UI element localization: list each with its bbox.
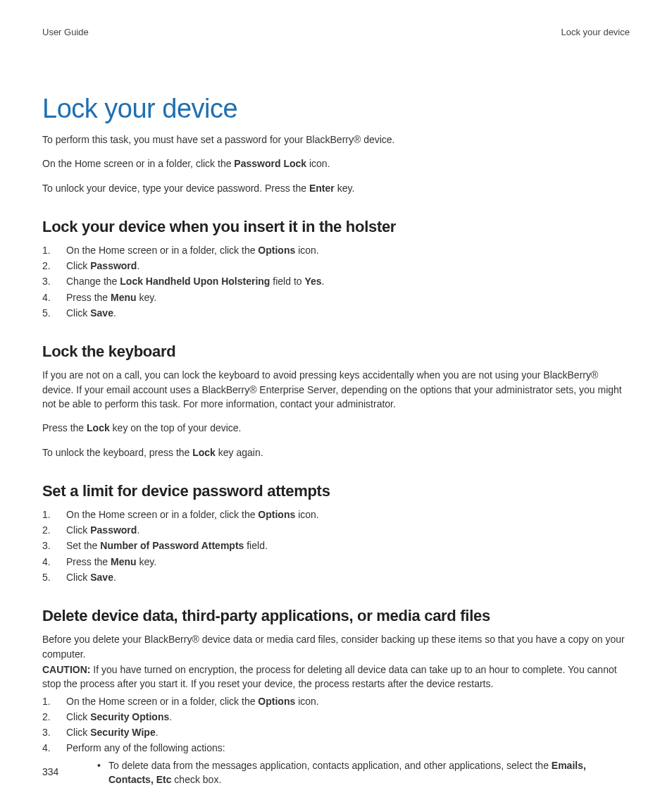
text: Press the: [42, 422, 87, 433]
bold-menu: Menu: [111, 556, 137, 567]
text: icon.: [306, 158, 330, 169]
text: .: [137, 524, 139, 536]
bullet-1: To delete data from the messages applica…: [66, 758, 630, 787]
text: Perform any of the following actions:: [66, 742, 225, 753]
header-left: User Guide: [42, 27, 89, 37]
bold-lock: Lock: [87, 422, 110, 433]
text: To unlock the keyboard, press the: [42, 447, 192, 458]
bold-options: Options: [258, 245, 295, 256]
step-5: Click Save.: [42, 306, 630, 320]
text: .: [113, 307, 116, 319]
delete-data-steps: On the Home screen or in a folder, click…: [42, 694, 630, 787]
page-number: 334: [42, 766, 58, 777]
text: Set the: [66, 540, 100, 551]
lock-keyboard-paragraph-1: If you are not on a call, you can lock t…: [42, 368, 630, 411]
section-delete-data-heading: Delete device data, third-party applicat…: [42, 607, 630, 625]
text: Click: [66, 572, 90, 583]
delete-data-paragraph-1: Before you delete your BlackBerry® devic…: [42, 632, 630, 661]
step-1: On the Home screen or in a folder, click…: [42, 694, 630, 708]
intro-paragraph-2: On the Home screen or in a folder, click…: [42, 156, 630, 171]
step-4: Press the Menu key.: [42, 555, 630, 569]
text: key.: [137, 556, 157, 567]
page-header: User Guide Lock your device: [42, 27, 630, 37]
intro-paragraph-3: To unlock your device, type your device …: [42, 181, 630, 195]
text: To delete data from the messages applica…: [108, 760, 552, 771]
text: key on the top of your device.: [110, 422, 242, 433]
step-3: Set the Number of Password Attempts fiel…: [42, 538, 630, 553]
page-title: Lock your device: [42, 94, 630, 124]
text: Press the: [66, 292, 111, 303]
text: check box.: [171, 774, 221, 785]
lock-keyboard-paragraph-2: Press the Lock key on the top of your de…: [42, 421, 630, 435]
bold-password-lock: Password Lock: [234, 158, 306, 169]
holster-steps: On the Home screen or in a folder, click…: [42, 243, 630, 320]
text: On the Home screen or in a folder, click…: [66, 509, 258, 520]
bold-save: Save: [90, 572, 113, 583]
text: On the Home screen or in a folder, click…: [66, 245, 258, 256]
text: field.: [244, 540, 267, 551]
text: key.: [335, 183, 355, 194]
text: Click: [66, 307, 90, 319]
lock-keyboard-paragraph-3: To unlock the keyboard, press the Lock k…: [42, 445, 630, 460]
step-3: Change the Lock Handheld Upon Holstering…: [42, 274, 630, 288]
bold-security-wipe: Security Wipe: [90, 727, 155, 738]
section-password-attempts-heading: Set a limit for device password attempts: [42, 482, 630, 500]
bold-menu: Menu: [111, 292, 137, 303]
step-2: Click Password.: [42, 259, 630, 273]
text: On the Home screen or in a folder, click…: [66, 696, 258, 707]
bold-lock: Lock: [192, 447, 216, 458]
text: icon.: [295, 245, 318, 256]
bold-password: Password: [90, 260, 137, 271]
step-4: Perform any of the following actions: To…: [42, 741, 630, 787]
text: key.: [137, 292, 157, 303]
text: key again.: [216, 447, 263, 458]
text: To unlock your device, type your device …: [42, 183, 309, 194]
bold-yes: Yes: [304, 276, 321, 287]
bold-options: Options: [258, 696, 295, 707]
bold-enter: Enter: [309, 183, 335, 194]
bold-save: Save: [90, 307, 113, 319]
delete-data-caution: CAUTION: If you have turned on encryptio…: [42, 663, 630, 691]
section-holster-heading: Lock your device when you insert it in t…: [42, 218, 630, 236]
step-1: On the Home screen or in a folder, click…: [42, 507, 630, 522]
text: Press the: [66, 556, 111, 567]
text: field to: [270, 276, 304, 287]
header-right: Lock your device: [561, 27, 630, 37]
text: Change the: [66, 276, 120, 287]
text: icon.: [295, 509, 318, 520]
text: icon.: [295, 696, 318, 707]
password-attempts-steps: On the Home screen or in a folder, click…: [42, 507, 630, 584]
bold-password: Password: [90, 524, 137, 536]
step-3: Click Security Wipe.: [42, 725, 630, 739]
step-5: Click Save.: [42, 570, 630, 584]
bold-options: Options: [258, 509, 295, 520]
text: On the Home screen or in a folder, click…: [42, 158, 234, 169]
text: .: [322, 276, 325, 287]
intro-paragraph-1: To perform this task, you must have set …: [42, 133, 630, 147]
step-1: On the Home screen or in a folder, click…: [42, 243, 630, 257]
text: Click: [66, 711, 90, 722]
text: Click: [66, 524, 90, 536]
text: .: [113, 572, 116, 583]
bold-security-options: Security Options: [90, 711, 169, 722]
bold-caution: CAUTION:: [42, 664, 90, 675]
text: .: [156, 727, 158, 738]
step-4: Press the Menu key.: [42, 290, 630, 304]
text: If you have turned on encryption, the pr…: [42, 664, 617, 689]
text: Click: [66, 727, 90, 738]
text: .: [137, 260, 139, 271]
delete-data-bullets: To delete data from the messages applica…: [66, 758, 630, 787]
text: .: [169, 711, 172, 722]
step-2: Click Password.: [42, 523, 630, 537]
bold-lock-handheld: Lock Handheld Upon Holstering: [120, 276, 270, 287]
text: Click: [66, 260, 90, 271]
section-lock-keyboard-heading: Lock the keyboard: [42, 343, 630, 361]
step-2: Click Security Options.: [42, 710, 630, 724]
bold-number-attempts: Number of Password Attempts: [100, 540, 244, 551]
